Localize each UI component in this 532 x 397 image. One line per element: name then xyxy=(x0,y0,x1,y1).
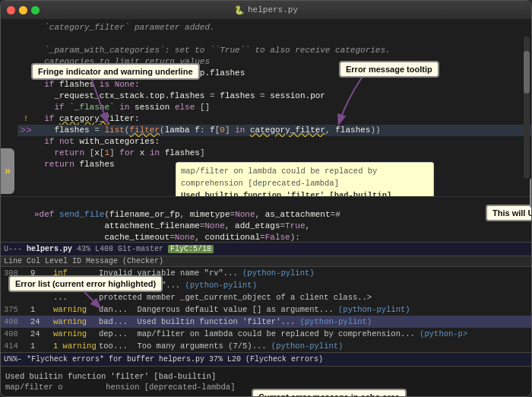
main-window: 🐍 helpers.py » `category_filter` paramet… xyxy=(0,0,532,397)
echo-line2: map/filter o hension [deprecated-lambda] xyxy=(5,383,235,392)
code-line-current: >> flashes = list(filter(lamba f: f[0] i… xyxy=(17,125,531,136)
mode-line: U--- helpers.py 43% L408 Git-master FlyC… xyxy=(1,242,531,256)
second-mode-line: U%%- *Flycheck errors* for buffer helper… xyxy=(1,352,531,366)
echo-area-annotation-container: Current error message in echo area xyxy=(252,370,280,397)
flyc-indicator: FlyC:5/18 xyxy=(168,245,214,253)
code-line: `_param_with_categories`: set to ``True`… xyxy=(17,45,531,56)
scrollbar[interactable] xyxy=(524,37,530,178)
code-line: if `_flashe` in session else [] xyxy=(17,102,531,113)
echo-area: Used builtin function 'filter' [bad-buil… xyxy=(1,366,531,396)
window-title: 🐍 helpers.py xyxy=(234,5,298,15)
file-icon: 🐍 xyxy=(234,5,245,15)
code-line: attachment_filename=None, add_etags=True… xyxy=(17,220,531,231)
error-row[interactable]: 414 1 1 warning too... Too many argument… xyxy=(1,340,531,352)
maximize-button[interactable] xyxy=(31,6,40,14)
titlebar: 🐍 helpers.py xyxy=(1,1,531,19)
minimize-button[interactable] xyxy=(19,6,27,14)
code-line xyxy=(17,197,531,208)
code-line: return [x[1] for x in flashes] xyxy=(17,148,531,159)
mode-filename: helpers.py xyxy=(27,245,72,253)
error-row[interactable]: 408 24 warning dep... map/filter on lamb… xyxy=(1,328,531,340)
code-section-2: »def send_file(filename_or_fp, mimetype=… xyxy=(1,196,531,242)
echo-line1: Used builtin function 'filter' [bad-buil… xyxy=(5,372,216,381)
code-line: categories to limit return values xyxy=(17,56,531,68)
error-row[interactable]: 308 9 inf Invalid variable name "rv"... … xyxy=(1,267,531,279)
tooltip-line1: map/filter on lambda could be replaced b… xyxy=(181,165,429,189)
fringe-bracket: » xyxy=(1,148,14,194)
code-editor[interactable]: » `category_filter` parameter added. `_p… xyxy=(1,19,531,196)
code-line-warning: ! if category_filter: xyxy=(17,113,531,125)
fringe-warning-indicator: ! xyxy=(17,113,34,125)
fringe-arrow: >> xyxy=(17,125,34,136)
echo-area-annotation: Current error message in echo area xyxy=(252,389,407,397)
mode-dashes: U--- xyxy=(4,245,22,253)
code-content: `category_filter` parameter added. `_par… xyxy=(1,19,531,173)
error-row[interactable]: ... protected member _get_current_object… xyxy=(1,291,531,303)
tooltip-line2: Used builtin function 'filter' [bad-buil… xyxy=(181,189,429,196)
error-list[interactable]: Line Col Level ID Message (Checker) 308 … xyxy=(1,256,531,352)
fringe-arrow-icon: » xyxy=(5,165,11,177)
code-line: »def send_file(filename_or_fp, mimetype=… xyxy=(17,208,531,220)
error-row-highlighted[interactable]: 408 24 warning bad... Used builtin funct… xyxy=(1,316,531,328)
close-button[interactable] xyxy=(7,6,15,14)
code-line: if not with_categories: xyxy=(17,136,531,148)
code-line: `category_filter` parameter added. xyxy=(17,22,531,33)
error-row[interactable]: 375 1 warning dan... Dangerous default v… xyxy=(1,303,531,316)
scrollbar-thumb[interactable] xyxy=(524,51,530,94)
traffic-lights xyxy=(7,6,40,14)
error-list-header: Line Col Level ID Message (Checker) xyxy=(1,256,531,267)
code-line: cache_timeout=None, conditional=False): xyxy=(17,231,531,242)
mode-percent: 43% xyxy=(77,245,90,253)
code-line: _request_ctx_stack.top.flashes = flashes… xyxy=(17,91,531,102)
code-line: flashes = _request_ctx_stack.top.flashes xyxy=(17,68,531,79)
mode-line-num: L408 xyxy=(95,245,113,253)
mode-branch: Git-master xyxy=(118,245,163,253)
second-mode-text: U%%- *Flycheck errors* for buffer helper… xyxy=(4,355,323,364)
error-row[interactable]: ... able name "rv"... (python-pylint) xyxy=(1,279,531,291)
error-tooltip-popup: map/filter on lambda could be replaced b… xyxy=(176,162,434,196)
code-line xyxy=(17,33,531,45)
code-line: if flashes is None: xyxy=(17,79,531,91)
